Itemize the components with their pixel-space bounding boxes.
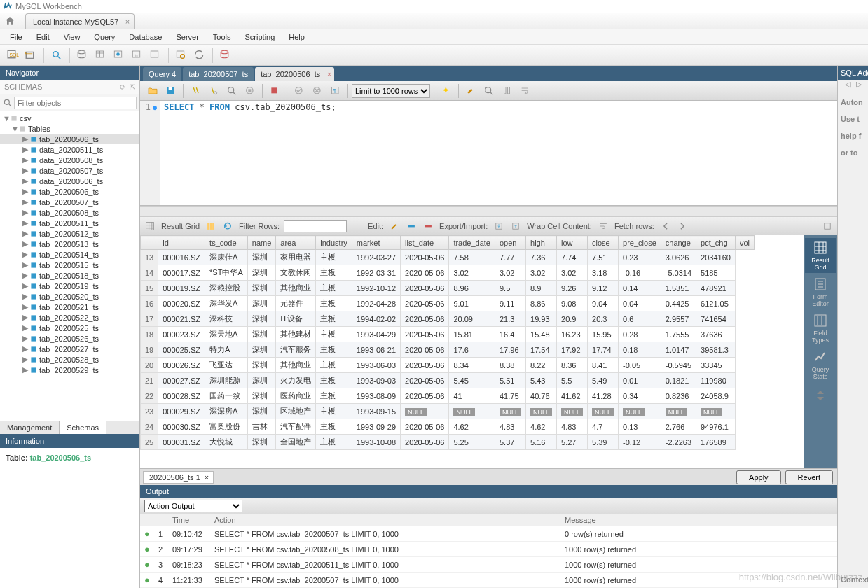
tree-item[interactable]: ▶data_20200506_ts [0, 176, 139, 186]
tree-item[interactable]: ▶tab_20200529_ts [0, 365, 139, 375]
pin-result-button[interactable] [820, 219, 834, 233]
wrap-button[interactable] [517, 83, 534, 99]
execute-current-button[interactable] [205, 83, 222, 99]
menu-server[interactable]: Server [169, 33, 205, 41]
edit-row-button[interactable] [387, 219, 401, 233]
tree-item[interactable]: ▶tab_20200515_ts [0, 260, 139, 270]
tree-item[interactable]: ▶tab_20200506_ts [0, 134, 139, 144]
tree-item[interactable]: ▶tab_20200513_ts [0, 239, 139, 249]
search-table-data-button[interactable] [173, 47, 190, 64]
delete-row-button[interactable] [421, 219, 435, 233]
tree-item[interactable]: ▶tab_20200520_ts [0, 291, 139, 302]
schema-tree[interactable]: ▼csv▼Tables▶tab_20200506_ts▶data_2020051… [0, 111, 139, 421]
editor-tab[interactable]: Query 4 [143, 67, 181, 81]
reconnect-button[interactable] [191, 47, 208, 64]
result-refresh-button[interactable] [221, 219, 235, 233]
prev-snippet-icon[interactable]: ◁ [845, 80, 850, 94]
home-button[interactable] [0, 13, 20, 29]
tree-item[interactable]: ▶data_20200507_ts [0, 165, 139, 176]
output-table[interactable]: TimeActionMessage●109:10:42SELECT * FROM… [140, 514, 837, 588]
tree-item[interactable]: ▶data_20200511_ts [0, 144, 139, 155]
fetch-prev-button[interactable] [659, 219, 673, 233]
filter-objects-input[interactable] [14, 97, 137, 109]
open-sql-script-button[interactable] [22, 47, 39, 64]
explain-button[interactable] [223, 83, 240, 99]
sql-editor[interactable]: 1 SELECT * FROM csv.tab_20200506_ts; [140, 101, 837, 206]
toggle-autocommit-button[interactable] [266, 83, 283, 99]
commit-button[interactable] [291, 83, 308, 99]
filter-rows-input[interactable] [284, 220, 347, 232]
menu-scripting[interactable]: Scripting [238, 33, 282, 41]
limit-rows-select[interactable]: Limit to 1000 rows [352, 84, 430, 98]
new-sql-tab-button[interactable]: SQL [4, 47, 21, 64]
side-tab-nav[interactable] [805, 384, 836, 409]
close-icon[interactable]: × [327, 70, 331, 78]
next-snippet-icon[interactable]: ▷ [856, 80, 862, 94]
create-proc-button[interactable]: fn [129, 47, 146, 64]
menu-view[interactable]: View [57, 33, 88, 41]
create-table-button[interactable] [92, 47, 109, 64]
save-button[interactable] [163, 83, 179, 99]
tree-item[interactable]: ▼csv [0, 113, 139, 123]
stop-button[interactable] [242, 83, 259, 99]
tree-item[interactable]: ▶tab_20200508_ts [0, 207, 139, 218]
tree-item[interactable]: ▼Tables [0, 123, 139, 134]
editor-tab[interactable]: tab_20200507_ts [183, 67, 254, 81]
editor-hscrollbar[interactable] [140, 206, 837, 217]
execute-button[interactable] [187, 83, 204, 99]
rollback-button[interactable] [309, 83, 326, 99]
menu-database[interactable]: Database [122, 33, 169, 41]
export-button[interactable] [492, 219, 506, 233]
tree-item[interactable]: ▶tab_20200528_ts [0, 354, 139, 365]
side-tab-result-grid[interactable]: Result Grid [805, 238, 836, 273]
schema-toolbar-icons[interactable]: ⟳ ⇱ [120, 83, 135, 91]
import-button[interactable] [509, 219, 523, 233]
menu-tools[interactable]: Tools [206, 33, 238, 41]
tree-item[interactable]: ▶tab_20200507_ts [0, 197, 139, 207]
beautify-button[interactable] [438, 83, 455, 99]
apply-button[interactable]: Apply [736, 470, 781, 484]
inspector-button[interactable] [48, 47, 65, 64]
tree-item[interactable]: ▶tab_20200519_ts [0, 281, 139, 291]
tree-item[interactable]: ▶tab_20200511_ts [0, 218, 139, 228]
tree-item[interactable]: ▶tab_20200527_ts [0, 344, 139, 354]
tab-management[interactable]: Management [0, 421, 60, 434]
tree-item[interactable]: ▶tab_20200522_ts [0, 312, 139, 323]
dashboard-button[interactable] [217, 47, 234, 64]
tree-item[interactable]: ▶tab_20200518_ts [0, 270, 139, 281]
menu-edit[interactable]: Edit [29, 33, 57, 41]
wrap-cell-button[interactable] [596, 219, 610, 233]
result-grid[interactable]: idts_codenameareaindustrymarketlist_date… [140, 235, 804, 468]
output-type-select[interactable]: Action Output [144, 500, 242, 512]
find-button[interactable] [481, 83, 497, 99]
invisible-chars-button[interactable] [499, 83, 516, 99]
open-file-button[interactable] [144, 83, 161, 99]
create-func-button[interactable] [147, 47, 164, 64]
tree-item[interactable]: ▶tab_20200521_ts [0, 302, 139, 312]
tree-item[interactable]: ▶tab_20200525_ts [0, 323, 139, 333]
tree-item[interactable]: ▶tab_20200512_ts [0, 228, 139, 239]
tab-schemas[interactable]: Schemas [60, 421, 106, 434]
menu-query[interactable]: Query [87, 33, 122, 41]
add-row-button[interactable] [404, 219, 418, 233]
fetch-next-button[interactable] [675, 219, 689, 233]
tree-item[interactable]: ▶tab_20200506_ts [0, 186, 139, 197]
create-view-button[interactable] [111, 47, 128, 64]
toggle-whitespace-button[interactable]: ¶ [327, 83, 344, 99]
revert-button[interactable]: Revert [785, 470, 833, 484]
result-columns-button[interactable] [204, 219, 218, 233]
side-tab-field-types[interactable]: Field Types [805, 311, 836, 346]
editor-tab[interactable]: tab_20200506_ts× [255, 67, 334, 81]
side-tab-query-stats[interactable]: Query Stats [805, 347, 836, 382]
tree-item[interactable]: ▶tab_20200526_ts [0, 333, 139, 344]
create-schema-button[interactable]: + [74, 47, 91, 64]
result-tab[interactable]: 20200506_ts 1 × [143, 471, 214, 484]
close-icon[interactable]: × [205, 473, 209, 482]
close-icon[interactable]: × [125, 18, 130, 26]
brush-button[interactable] [462, 83, 479, 99]
tree-item[interactable]: ▶data_20200508_ts [0, 155, 139, 165]
tree-item[interactable]: ▶tab_20200514_ts [0, 249, 139, 260]
connection-tab[interactable]: Local instance MySQL57 × [25, 13, 135, 29]
side-tab-form-editor[interactable]: Form Editor [805, 274, 836, 309]
menu-file[interactable]: File [3, 33, 29, 41]
